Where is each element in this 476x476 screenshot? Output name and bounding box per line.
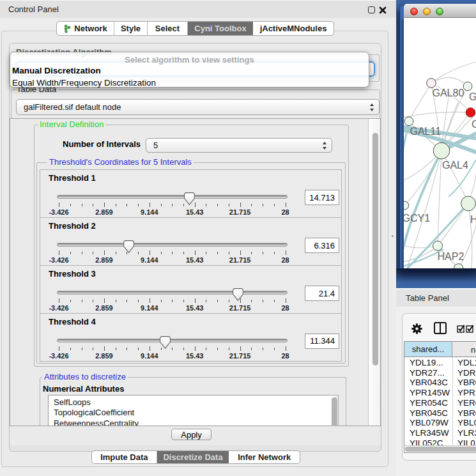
svg-text:GA: GA	[469, 91, 476, 102]
svg-text:GAL11: GAL11	[410, 126, 441, 137]
svg-text:GAL80: GAL80	[433, 88, 464, 98]
svg-text:GCY1: GCY1	[404, 213, 430, 224]
svg-text:H: H	[470, 214, 476, 225]
svg-text:C: C	[472, 119, 476, 130]
svg-text:GAL4: GAL4	[442, 160, 468, 171]
svg-text:HAP2: HAP2	[438, 251, 464, 262]
